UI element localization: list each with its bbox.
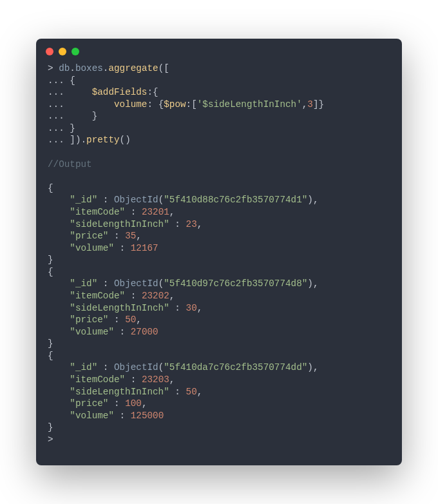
id-key: "_id"	[70, 278, 97, 289]
price-key: "price"	[70, 315, 108, 325]
volume-key: "volume"	[70, 327, 114, 337]
side-val: 23	[186, 219, 197, 229]
id-key: "_id"	[70, 195, 97, 205]
volume-key: volume	[114, 99, 147, 110]
cont-dots: ...	[48, 135, 64, 145]
itemcode-key: "itemCode"	[70, 374, 125, 385]
objectid-val: "5f410d88c76c2fb3570774d1"	[164, 195, 307, 205]
price-val: 50	[125, 315, 136, 325]
brace-open: {	[48, 351, 53, 361]
cont-dots: ...	[48, 123, 64, 133]
price-key: "price"	[70, 398, 108, 409]
code-line: ... ]).pretty()	[48, 135, 131, 145]
cont-dots: ...	[48, 111, 64, 121]
pow-num: 3	[307, 99, 313, 110]
prompt: >	[48, 63, 53, 73]
volume-key: "volume"	[70, 243, 114, 253]
code-line: ... volume: {$pow:['$sideLengthInInch',3…	[48, 99, 324, 110]
code-line: ... $addFields:{	[48, 87, 158, 97]
objectid-fn: ObjectId	[114, 362, 158, 373]
id-key: "_id"	[70, 362, 97, 373]
brace-close: }	[48, 255, 53, 265]
code-line: ... }	[48, 111, 97, 121]
objectid-fn: ObjectId	[114, 278, 158, 289]
code-area: > db.boxes.aggregate([ ... { ... $addFie…	[36, 61, 402, 465]
pretty-fn: pretty	[86, 135, 119, 145]
price-val: 100	[125, 398, 142, 409]
code-line: ... }	[48, 123, 75, 133]
objectid-val: "5f410da7c76c2fb3570774dd"	[164, 362, 307, 373]
titlebar	[36, 39, 402, 61]
cont-dots: ...	[48, 87, 64, 97]
pow-fn: $pow	[164, 99, 186, 110]
itemcode-key: "itemCode"	[70, 207, 125, 217]
code-window: > db.boxes.aggregate([ ... { ... $addFie…	[36, 39, 402, 465]
minimize-icon	[59, 48, 66, 55]
itemcode-val: 23203	[142, 374, 169, 385]
volume-val: 27000	[131, 327, 158, 337]
output-comment: //Output	[48, 159, 92, 170]
objectid-val: "5f410d97c76c2fb3570774d8"	[164, 278, 307, 289]
side-key: "sideLengthInInch"	[70, 387, 169, 397]
side-str: '$sideLengthInInch'	[197, 99, 302, 110]
db-token: db	[59, 63, 70, 73]
side-val: 50	[186, 387, 197, 397]
side-val: 30	[186, 303, 197, 313]
brace-close: }	[48, 338, 53, 349]
price-val: 35	[125, 231, 136, 241]
brace-open: {	[48, 183, 53, 193]
itemcode-val: 23202	[142, 291, 169, 301]
volume-key: "volume"	[70, 411, 114, 421]
code-line: ... {	[48, 75, 75, 86]
aggregate-fn: aggregate	[108, 63, 158, 73]
collection-token: boxes	[75, 63, 103, 73]
side-key: "sideLengthInInch"	[70, 303, 169, 313]
code-line: > db.boxes.aggregate([	[48, 63, 169, 73]
maximize-icon	[71, 48, 79, 55]
itemcode-val: 23201	[142, 207, 169, 217]
volume-val: 125000	[131, 411, 164, 421]
objectid-fn: ObjectId	[114, 195, 158, 205]
addfields-token: $addFields	[92, 87, 148, 97]
cont-dots: ...	[48, 75, 64, 86]
close-icon	[46, 48, 53, 55]
brace-open: {	[48, 267, 53, 277]
price-key: "price"	[70, 231, 108, 241]
final-prompt: >	[48, 434, 53, 445]
volume-val: 12167	[131, 243, 158, 253]
side-key: "sideLengthInInch"	[70, 219, 169, 229]
itemcode-key: "itemCode"	[70, 291, 125, 301]
brace-close: }	[48, 422, 53, 432]
cont-dots: ...	[48, 99, 64, 110]
